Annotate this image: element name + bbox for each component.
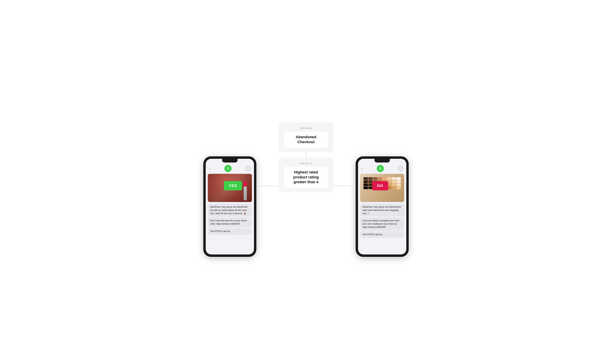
palette-cell (397, 183, 401, 186)
check-if-label: CHECK IF (299, 162, 312, 165)
right-phone: ‹ S i (356, 156, 409, 257)
left-message-3: Text STOP to opt out (208, 228, 252, 235)
lipstick-tip (243, 182, 248, 187)
left-avatar: S (224, 165, 232, 172)
flow-center: TRIGGER Abandoned Checkout CHECK IF High… (279, 122, 333, 192)
left-phone: ‹ S i GlamFamz: Hey Jenny, we noticed th… (203, 156, 256, 257)
right-info-icon: i (398, 166, 403, 171)
palette-cell (392, 183, 396, 186)
right-message-1: GlamFamz: Hey Jenny, we noticed there we… (360, 204, 404, 217)
palette-cell (363, 180, 368, 183)
right-avatar: S (377, 165, 384, 172)
right-message-area: GlamFamz: Hey Jenny, we noticed there we… (358, 202, 406, 240)
check-if-text: Highest rated product rating greater tha… (284, 167, 328, 188)
palette-cell (392, 180, 396, 183)
palette-cell (378, 177, 382, 180)
check-if-card: CHECK IF Highest rated product rating gr… (279, 157, 333, 192)
palette-cell (368, 177, 373, 180)
right-back-arrow-icon: ‹ (362, 167, 363, 170)
left-back-arrow-icon: ‹ (209, 167, 210, 170)
left-message-area: GlamFamz: Hey Jenny, we noticed that you… (206, 202, 254, 237)
right-phone-wrapper: ‹ S i (356, 156, 409, 257)
left-info-icon: i (246, 166, 250, 171)
palette-cell (397, 180, 401, 183)
palette-cell (397, 186, 401, 189)
palette-cell (373, 177, 377, 180)
main-scene: YES NO TRIGGER Abandoned Checkout CHECK … (203, 122, 409, 242)
no-badge: NO (372, 181, 388, 190)
palette-cell (392, 177, 396, 180)
right-message-2: If you are ready to complete your order,… (360, 217, 404, 230)
left-message-2: Get it now and save 5% on your whole ord… (208, 217, 252, 227)
left-message-1: GlamFamz: Hey Jenny, we noticed that you… (208, 204, 252, 217)
right-message-3: Text STOP to opt out (360, 231, 404, 238)
trigger-text: Abandoned Checkout (284, 131, 328, 147)
left-phone-notch (222, 159, 237, 163)
trigger-label: TRIGGER (300, 127, 312, 130)
palette-cell (392, 186, 396, 189)
palette-cell (368, 183, 373, 186)
palette-cell (363, 186, 368, 189)
right-phone-notch (375, 159, 390, 163)
palette-cell (382, 177, 387, 180)
palette-cell (387, 177, 391, 180)
right-phone-screen: ‹ S i (358, 159, 406, 254)
left-phone-wrapper: ‹ S i GlamFamz: Hey Jenny, we noticed th… (203, 156, 256, 257)
trigger-card: TRIGGER Abandoned Checkout (279, 122, 333, 152)
palette-cell (363, 183, 368, 186)
left-phone-screen: ‹ S i GlamFamz: Hey Jenny, we noticed th… (206, 159, 254, 254)
palette-cell (368, 180, 373, 183)
yes-badge: YES (224, 181, 242, 190)
lipstick-body (244, 187, 247, 200)
vertical-connector-1 (306, 152, 306, 157)
palette-cell (397, 177, 401, 180)
palette-cell (368, 186, 373, 189)
palette-cell (363, 177, 368, 180)
